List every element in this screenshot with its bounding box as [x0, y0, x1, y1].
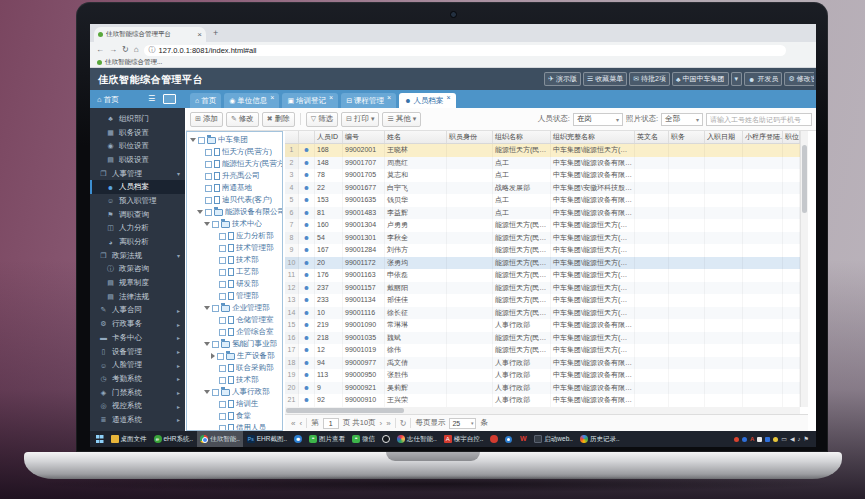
taskbar-item[interactable]: W [516, 431, 531, 447]
nav-tab-单位信息[interactable]: ◉单位信息× [224, 93, 279, 108]
sidebar-item-人事管理[interactable]: ❐人事管理▾ [90, 167, 185, 181]
tree-checkbox[interactable] [219, 257, 226, 264]
tree-checkbox[interactable] [205, 197, 212, 204]
sidebar-item-规章制度[interactable]: ▤规章制度 [90, 276, 185, 290]
tree-node-能源恒天方(民营方)[interactable]: 能源恒天方(民营方) [187, 158, 282, 170]
table-row[interactable]: 15☻21999001090常琳琳人事行政部中车集团\能源设备有限公司 [285, 319, 800, 332]
tree-checkbox[interactable] [212, 389, 219, 396]
column-header-小程序登陆..[interactable]: 小程序登陆.. [743, 131, 783, 143]
tree-checkbox[interactable] [212, 305, 219, 312]
tree-open-caret-icon[interactable] [190, 138, 196, 142]
tree-checkbox[interactable] [219, 317, 226, 324]
column-header-人员ID[interactable]: 人员ID [315, 131, 343, 143]
sidebar-item-门禁系统[interactable]: ◈门禁系统▸ [90, 386, 185, 400]
tree-checkbox[interactable] [205, 209, 212, 216]
refresh-icon[interactable]: ↻ [122, 45, 129, 55]
toolbar-button-修改[interactable]: ✎修改 [226, 112, 259, 127]
sidebar-home-link[interactable]: ⌂ 首页 [97, 95, 119, 105]
column-header-blank[interactable] [299, 131, 315, 143]
tree-node-研发部[interactable]: 研发部 [187, 278, 282, 290]
taskbar-item[interactable] [487, 431, 502, 447]
tree-open-caret-icon[interactable] [197, 210, 203, 214]
scrollbar-thumb[interactable] [802, 145, 807, 213]
header-action-button[interactable]: ♣中国中车集团 [672, 72, 729, 86]
taskbar-item[interactable] [379, 431, 394, 447]
table-row[interactable]: 18☻9499000977禹文倩人事行政部中车集团\能源设备有限公司 [285, 357, 800, 370]
taskbar-item-楼宇自控..[interactable]: A楼宇自控.. [440, 431, 487, 447]
table-row[interactable]: 8☻5499001301李秋全能源恒天方(民营方)中车集团\能源恒天方(民营方) [285, 232, 800, 245]
tree-node-应力分析部[interactable]: 应力分析部 [187, 230, 282, 242]
table-row[interactable]: 10☻2099001172张勇均能源恒天方(民营方)中车集团\能源恒天方(民营方… [285, 257, 800, 270]
tab-close-icon[interactable]: × [447, 94, 451, 101]
tab-close-icon[interactable]: × [270, 94, 274, 101]
table-row[interactable]: 13☻23399001134邵佳佳能源恒天方(民营方)中车集团\能源恒天方(民营… [285, 294, 800, 307]
taskbar-item-EHR截图..[interactable]: PsEHR截图.. [243, 431, 290, 447]
tree-checkbox[interactable] [219, 365, 226, 372]
tray-dot-icon[interactable] [734, 437, 739, 442]
tree-node-仓储管理室[interactable]: 仓储管理室 [187, 314, 282, 326]
column-header-职位[interactable]: 职位 [783, 131, 800, 143]
table-row[interactable]: 7☻16099001304卢勇勇能源恒天方(民营方)中车集团\能源恒天方(民营方… [285, 219, 800, 232]
table-row[interactable]: 11☻17699001163申依磊能源恒天方(民营方)中车集团\能源恒天方(民营… [285, 269, 800, 282]
table-row[interactable]: 5☻15399001635钱贝华点工中车集团\能源设备有限公司 [285, 194, 800, 207]
tree-open-caret-icon[interactable] [204, 306, 210, 310]
tray-glyph-icon[interactable]: ⚑ [804, 436, 809, 442]
sidebar-item-设备管理[interactable]: ▯设备管理▸ [90, 345, 185, 359]
search-input[interactable] [706, 113, 812, 126]
header-action-caret-button[interactable]: ▾ [731, 72, 743, 86]
pager-last-button[interactable]: » [386, 419, 390, 428]
column-header-姓名[interactable]: 姓名 [385, 131, 447, 143]
sidebar-item-人力分析[interactable]: ◫人力分析 [90, 222, 185, 236]
tab-close-icon[interactable]: × [197, 31, 202, 39]
tree-checkbox[interactable] [205, 149, 212, 156]
toolbar-button-删除[interactable]: ✖删除 [262, 112, 295, 127]
nav-tab-首页[interactable]: ⌂首页 [190, 93, 221, 108]
horizontal-scrollbar[interactable] [285, 407, 800, 414]
tree-node-借用人员[interactable]: 借用人员 [187, 422, 282, 431]
tree-open-caret-icon[interactable] [204, 390, 210, 394]
tray-glyph-icon[interactable]: ◀ [790, 436, 795, 442]
sidebar-item-政策咨询[interactable]: ⓘ政策咨询 [90, 263, 185, 277]
tree-checkbox[interactable] [219, 401, 226, 408]
toolbar-button-筛选[interactable]: ▽筛选 [306, 112, 338, 127]
tree-node-管理部[interactable]: 管理部 [187, 290, 282, 302]
sidebar-item-职务设置[interactable]: ▦职务设置 [90, 126, 185, 140]
taskbar-item[interactable] [92, 431, 107, 447]
tree-checkbox[interactable] [205, 161, 212, 168]
tree-node-技术管理部[interactable]: 技术管理部 [187, 242, 282, 254]
monitor-icon[interactable] [163, 94, 176, 104]
table-row[interactable]: 4☻2299001677白宇飞战略发展部中车集团\安徽环科技股份有限公司 [285, 182, 800, 195]
table-row[interactable]: 6☻8199001483李益辉点工中车集团\能源设备有限公司 [285, 207, 800, 220]
back-icon[interactable]: ← [96, 45, 104, 55]
tree-node-工艺部[interactable]: 工艺部 [187, 266, 282, 278]
column-header-编号[interactable]: 编号 [343, 131, 385, 143]
nav-tab-人员档案[interactable]: ☻人员档案× [399, 93, 455, 108]
tree-node-企业管理部[interactable]: 企业管理部 [187, 302, 282, 314]
header-action-button[interactable]: ☻开发员 [744, 72, 782, 86]
sidebar-item-法律法规[interactable]: ▤法律法规 [90, 290, 185, 304]
sidebar-item-人事合同[interactable]: ✎人事合同▸ [90, 304, 185, 318]
tray-square-icon[interactable] [765, 437, 770, 442]
home-icon[interactable]: ⌂ [134, 45, 139, 55]
sidebar-item-职级设置[interactable]: ▤职级设置 [90, 153, 185, 167]
per-page-select[interactable]: 25 ▾ [449, 418, 476, 429]
table-row[interactable]: 14☻1099001116徐长征能源恒天方(民营方)中车集团\能源恒天方(民营方… [285, 307, 800, 320]
tree-node-中车集团[interactable]: 中车集团 [187, 134, 282, 146]
table-row[interactable]: 20☻999000921吴莉辉人事行政部中车集团\能源设备有限公司 [285, 382, 800, 395]
taskbar-item-志仕智能..[interactable]: 志仕智能.. [394, 431, 441, 447]
table-row[interactable]: 3☻7899001705莫志和点工中车集团\能源设备有限公司 [285, 169, 800, 182]
page-number-input[interactable]: 1 [323, 418, 339, 429]
tree-checkbox[interactable] [205, 173, 212, 180]
table-row[interactable]: 21☻9299000910王兴荣人事行政部中车集团\能源设备有限公司 [285, 394, 800, 407]
tree-node-人事行政部[interactable]: 人事行政部 [187, 386, 282, 398]
new-tab-button[interactable]: + [213, 28, 218, 38]
table-row[interactable]: 1☻16899002001王晓林能源恒天方(民营方)中车集团\能源恒天方(民营方… [285, 144, 800, 157]
scrollbar-thumb[interactable] [286, 408, 404, 413]
nav-tab-课程管理[interactable]: ⊟课程管理× [341, 93, 396, 108]
tree-node-恒天方(民营方)[interactable]: 恒天方(民营方) [187, 146, 282, 158]
tree-node-技术中心[interactable]: 技术中心 [187, 218, 282, 230]
sidebar-item-行政事务[interactable]: ⚙行政事务▸ [90, 317, 185, 331]
taskbar-item[interactable] [502, 431, 516, 447]
tree-checkbox[interactable] [198, 137, 205, 144]
sidebar-item-卡务中心[interactable]: ▬卡务中心▸ [90, 331, 185, 345]
